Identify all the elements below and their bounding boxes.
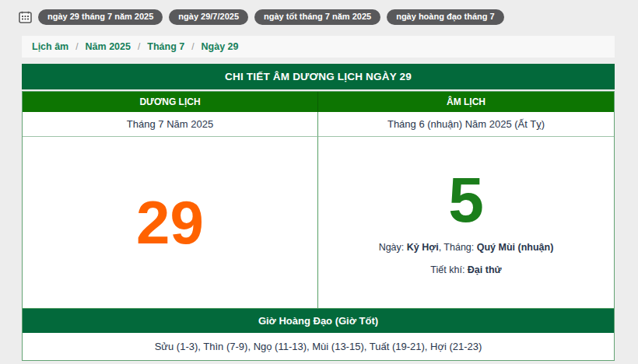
solar-month-subtitle: Tháng 7 Năm 2025 [23,112,318,137]
tag-ngay-tot-thang-7-nam-2025[interactable]: ngày tốt tháng 7 năm 2025 [254,9,380,25]
lunar-day-cell: 5 Ngày: Kỷ Hợi, Tháng: Quý Mùi (nhuận) T… [318,137,614,308]
golden-hour-item: Mùi (13-15) [312,341,363,352]
solar-day-cell: 29 [23,137,318,308]
calendar-icon [19,11,32,23]
tiet-khi-label: Tiết khí: [430,264,464,275]
tag-ngay-hoang-dao-thang-7[interactable]: ngày hoàng đạo tháng 7 [387,9,504,25]
breadcrumb-nam-2025[interactable]: Năm 2025 [86,41,131,52]
tag-ngay-29-7-2025[interactable]: ngày 29/7/2025 [169,9,248,25]
panel-title: CHI TIẾT ÂM DƯƠNG LỊCH NGÀY 29 [22,64,615,89]
lunar-month-label: , Tháng: [439,242,475,253]
breadcrumb-separator: / [138,41,140,52]
golden-hour-separator: , [364,341,370,352]
breadcrumb-lich-am[interactable]: Lịch âm [32,41,68,52]
breadcrumb-thang-7[interactable]: Tháng 7 [147,41,184,52]
breadcrumb: Lịch âm / Năm 2025 / Tháng 7 / Ngày 29 [22,36,615,58]
lunar-day-canchi: Kỷ Hợi [407,242,439,253]
solar-day-number: 29 [136,192,204,253]
column-header-row: DƯƠNG LỊCH ÂM LỊCH [23,92,614,112]
solar-lunar-table: DƯƠNG LỊCH ÂM LỊCH Tháng 7 Năm 2025 Thán… [22,91,615,361]
golden-hours-header: Giờ Hoàng Đạo (Giờ Tốt) [23,308,614,333]
tag-ngay-29-thang-7-nam-2025[interactable]: ngày 29 tháng 7 năm 2025 [38,9,163,25]
golden-hour-item: Thìn (7-9) [203,341,247,352]
golden-hour-item: Tuất (19-21) [370,341,425,352]
golden-hour-separator: , [425,341,430,352]
breadcrumb-separator: / [75,41,78,52]
calendar-detail-panel: CHI TIẾT ÂM DƯƠNG LỊCH NGÀY 29 DƯƠNG LỊC… [22,64,615,361]
lunar-day-number: 5 [448,170,484,230]
lunar-day-label: Ngày: [379,242,405,253]
golden-hour-separator: , [247,341,253,352]
lunar-canchi-line: Ngày: Kỷ Hợi, Tháng: Quý Mùi (nhuận) [379,242,554,253]
solar-column-header: DƯƠNG LỊCH [23,92,318,112]
tiet-khi-line: Tiết khí: Đại thử [430,264,501,275]
tiet-khi-value: Đại thử [468,264,502,275]
breadcrumb-ngay-29[interactable]: Ngày 29 [202,41,239,52]
breadcrumb-separator: / [191,41,194,52]
tags-row: ngày 29 tháng 7 năm 2025 ngày 29/7/2025 … [0,0,638,25]
golden-hour-item: Hợi (21-23) [430,341,482,352]
lunar-month-canchi: Quý Mùi (nhuận) [477,242,554,253]
golden-hour-item: Ngọ (11-13) [254,341,307,352]
lunar-column-header: ÂM LỊCH [318,92,614,112]
lunar-month-subtitle: Tháng 6 (nhuận) Năm 2025 (Ất Tỵ) [318,112,614,137]
month-subtitle-row: Tháng 7 Năm 2025 Tháng 6 (nhuận) Năm 202… [23,112,614,137]
golden-hours-list: Sửu (1-3), Thìn (7-9), Ngọ (11-13), Mùi … [23,333,614,360]
golden-hour-item: Sửu (1-3) [155,341,198,352]
day-number-row: 29 5 Ngày: Kỷ Hợi, Tháng: Quý Mùi (nhuận… [23,137,614,308]
